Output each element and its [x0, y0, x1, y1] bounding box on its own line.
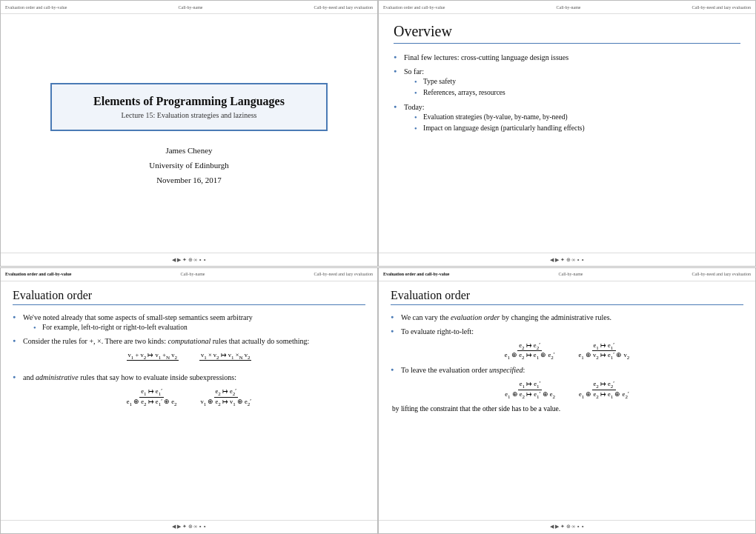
- subtitle: Lecture 15: Evaluation strategies and la…: [70, 111, 308, 119]
- slide-overview-nav: Evaluation order and call-by-value Call-…: [379, 1, 755, 14]
- main-title: Elements of Programming Languages: [70, 95, 308, 108]
- date: November 16, 2017: [156, 176, 222, 184]
- nav-left-2[interactable]: Evaluation order and call-by-value: [383, 5, 445, 10]
- frac-3-num: e1 ↦ e1′: [139, 387, 164, 398]
- frac-4-num: e2 ↦ e2′: [214, 387, 239, 398]
- slide-eval-1-nav: Evaluation order and call-by-value Call-…: [1, 268, 377, 281]
- bullet-3-sub: Evaluation strategies (by-value, by-name…: [404, 113, 740, 134]
- unspec-frac-2-den: e1 ⊕ e2 ↦ e1 ⊕ e2′: [577, 390, 631, 400]
- nav-left-3[interactable]: Evaluation order and call-by-value: [5, 272, 71, 276]
- eval-2-bullets: We can vary the evaluation order by chan…: [391, 313, 743, 337]
- slide-eval-2-nav: Evaluation order and call-by-value Call-…: [379, 268, 755, 281]
- nav-right-1[interactable]: Call-by-need and lazy evaluation: [314, 5, 373, 10]
- slide-eval-2-footer: ◀ ▶ ✦ ⊕ ∞ ∘ ∘: [379, 520, 755, 533]
- footer-controls-3[interactable]: ◀ ▶ ✦ ⊕ ∞ ∘ ∘: [172, 524, 206, 530]
- slide-overview-content: Overview Final few lectures: cross-cutti…: [379, 14, 755, 253]
- rtl-frac-1-den: e1 ⊕ e2 ↦ e1 ⊕ e2′: [503, 351, 557, 361]
- rtl-math-row: e2 ↦ e2′ e1 ⊕ e2 ↦ e1 ⊕ e2′ e1 ↦ e1′ e1 …: [391, 341, 743, 361]
- eval-2-b2-text: To evaluate right-to-left:: [401, 327, 474, 336]
- rtl-frac-2-num: e1 ↦ e1′: [592, 341, 617, 352]
- nav-left-1[interactable]: Evaluation order and call-by-value: [5, 5, 67, 10]
- unspec-frac-1: e1 ↦ e1′ e1 ⊕ e2 ↦ e1′ ⊕ e2: [503, 380, 557, 399]
- fraction-3: e1 ↦ e1′ e1 ⊕ e2 ↦ e1′ ⊕ e2: [125, 387, 179, 407]
- slide-title-nav: Evaluation order and call-by-value Call-…: [1, 1, 377, 14]
- sub-3-1: Evaluation strategies (by-value, by-name…: [414, 113, 740, 122]
- eval-1-b1-text: We've noted already that some aspects of…: [23, 313, 253, 321]
- bullet-2-text: So far:: [404, 67, 424, 76]
- nav-center-3[interactable]: Call-by-name: [180, 272, 205, 276]
- footer-controls-2[interactable]: ◀ ▶ ✦ ⊕ ∞ ∘ ∘: [550, 257, 584, 263]
- page: Evaluation order and call-by-value Call-…: [0, 0, 756, 534]
- slide-overview-footer: ◀ ▶ ✦ ⊕ ∞ ∘ ∘: [379, 253, 755, 266]
- nav-center-4[interactable]: Call-by-name: [558, 272, 583, 276]
- unspec-frac-2-num: e2 ↦ e2′: [592, 380, 617, 390]
- math-row-1: v1 + v2 ↦ v1 +N v2 v1 × v2 ↦ v1 ×N v2: [13, 351, 365, 369]
- slide-eval-1: Evaluation order and call-by-value Call-…: [0, 267, 378, 534]
- unspec-frac-2: e2 ↦ e2′ e1 ⊕ e2 ↦ e1 ⊕ e2′: [577, 380, 631, 399]
- footer-controls-1[interactable]: ◀ ▶ ✦ ⊕ ∞ ∘ ∘: [172, 257, 206, 263]
- author: James Cheney: [165, 146, 212, 155]
- footer-controls-4[interactable]: ◀ ▶ ✦ ⊕ ∞ ∘ ∘: [550, 524, 584, 530]
- eval-1-b1: We've noted already that some aspects of…: [13, 313, 365, 333]
- eval-1-bullets: We've noted already that some aspects of…: [13, 313, 365, 347]
- eval-2-b3: To leave the evaluation order unspecifie…: [391, 365, 743, 376]
- frac-1-den: [150, 361, 155, 368]
- math-row-2: e1 ↦ e1′ e1 ⊕ e2 ↦ e1′ ⊕ e2 e2 ↦ e2′ v1 …: [13, 387, 365, 407]
- overview-bullets: Final few lectures: cross-cutting langua…: [394, 53, 740, 133]
- eval-1-heading: Evaluation order: [13, 289, 365, 305]
- eval-2-b2: To evaluate right-to-left:: [391, 327, 743, 337]
- rtl-frac-2: e1 ↦ e1′ e1 ⊕ v2 ↦ e1′ ⊕ v2: [577, 341, 631, 361]
- final-note: by lifting the constraint that the other…: [391, 405, 743, 413]
- nav-center-2[interactable]: Call-by-name: [557, 5, 581, 10]
- unspec-frac-1-den: e1 ⊕ e2 ↦ e1′ ⊕ e2: [503, 390, 557, 400]
- rtl-frac-1: e2 ↦ e2′ e1 ⊕ e2 ↦ e1 ⊕ e2′: [503, 341, 557, 361]
- frac-1-num: v1 + v2 ↦ v1 +N v2: [127, 351, 179, 361]
- sub-3-2: Impact on language design (particularly …: [414, 124, 740, 133]
- bullet-2: So far: Type safety References, arrays, …: [394, 67, 740, 99]
- sub-2-1: Type safety: [414, 77, 740, 87]
- slide-title-content: Elements of Programming Languages Lectur…: [1, 14, 377, 253]
- eval-2-b1-text: We can vary the evaluation order by chan…: [401, 313, 611, 321]
- fraction-1: v1 + v2 ↦ v1 +N v2: [127, 351, 179, 369]
- unspec-frac-1-num: e1 ↦ e1′: [518, 380, 543, 390]
- institution: University of Edinburgh: [149, 161, 228, 170]
- nav-right-3[interactable]: Call-by-need and lazy evaluation: [314, 272, 373, 276]
- slide-title-footer: ◀ ▶ ✦ ⊕ ∞ ∘ ∘: [1, 253, 377, 266]
- nav-center-1[interactable]: Call-by-name: [179, 5, 203, 10]
- fraction-2: v1 × v2 ↦ v1 ×N v2: [199, 351, 251, 369]
- title-box: Elements of Programming Languages Lectur…: [50, 83, 328, 131]
- eval-2-bullets-2: To leave the evaluation order unspecifie…: [391, 365, 743, 376]
- overview-heading: Overview: [394, 23, 740, 44]
- bullet-3-text: Today:: [404, 103, 425, 111]
- unspec-math-row: e1 ↦ e1′ e1 ⊕ e2 ↦ e1′ ⊕ e2 e2 ↦ e2′ e1 …: [391, 380, 743, 399]
- frac-3-den: e1 ⊕ e2 ↦ e1′ ⊕ e2: [125, 398, 179, 407]
- rtl-frac-1-num: e2 ↦ e2′: [517, 341, 542, 352]
- nav-left-4[interactable]: Evaluation order and call-by-value: [383, 272, 449, 276]
- frac-2-num: v1 × v2 ↦ v1 ×N v2: [199, 351, 251, 361]
- nav-right-4[interactable]: Call-by-need and lazy evaluation: [692, 272, 751, 276]
- slide-overview: Evaluation order and call-by-value Call-…: [378, 0, 756, 267]
- bullet-2-sub: Type safety References, arrays, resource…: [404, 77, 740, 99]
- eval-2-b3-text: To leave the evaluation order unspecifie…: [401, 366, 525, 374]
- bullet-1: Final few lectures: cross-cutting langua…: [394, 53, 740, 63]
- slide-eval-1-footer: ◀ ▶ ✦ ⊕ ∞ ∘ ∘: [1, 520, 377, 533]
- slide-eval-2-content: Evaluation order We can vary the evaluat…: [379, 281, 755, 520]
- slide-eval-2: Evaluation order and call-by-value Call-…: [378, 267, 756, 534]
- slide-eval-1-content: Evaluation order We've noted already tha…: [1, 281, 377, 520]
- eval-1-sub1: For example, left-to-right or right-to-l…: [33, 323, 365, 333]
- eval-1-b2: Consider the rules for +, ×. There are t…: [13, 336, 365, 347]
- nav-right-2[interactable]: Call-by-need and lazy evaluation: [692, 5, 751, 10]
- slide-title: Evaluation order and call-by-value Call-…: [0, 0, 378, 267]
- frac-2-den: [223, 361, 228, 368]
- eval-1-b2-text: Consider the rules for +, ×. There are t…: [23, 337, 309, 345]
- bullet-3: Today: Evaluation strategies (by-value, …: [394, 102, 740, 134]
- fraction-4: e2 ↦ e2′ v1 ⊕ e2 ↦ v1 ⊕ e2′: [199, 387, 253, 407]
- eval-2-b1: We can vary the evaluation order by chan…: [391, 313, 743, 323]
- eval-1-b3-text: and administrative rules that say how to…: [23, 373, 236, 381]
- rtl-frac-2-den: e1 ⊕ v2 ↦ e1′ ⊕ v2: [577, 351, 631, 361]
- sub-2-2: References, arrays, resources: [414, 88, 740, 98]
- bullet-1-text: Final few lectures: cross-cutting langua…: [404, 53, 568, 61]
- eval-1-bullets-2: and administrative rules that say how to…: [13, 373, 365, 383]
- eval-1-b3: and administrative rules that say how to…: [13, 373, 365, 383]
- frac-4-den: v1 ⊕ e2 ↦ v1 ⊕ e2′: [199, 398, 253, 407]
